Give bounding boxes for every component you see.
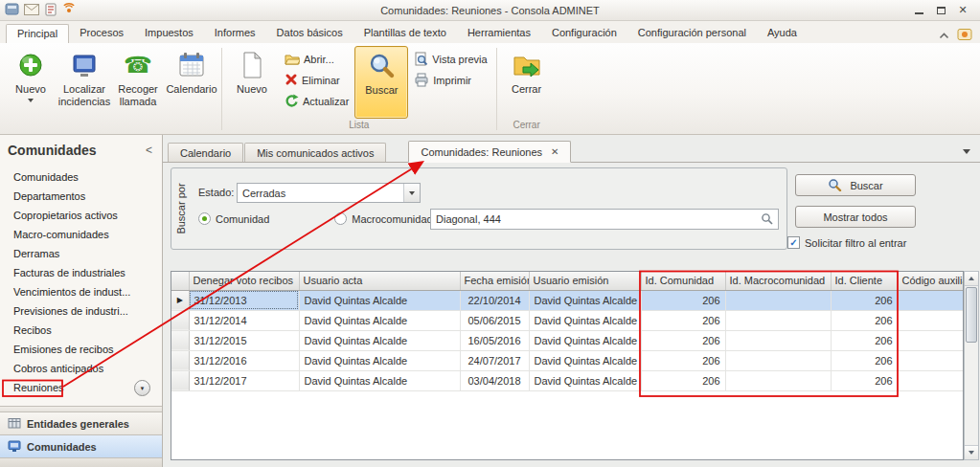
ribbon-tab[interactable]: Herramientas: [457, 23, 541, 43]
ribbon-tab[interactable]: Datos básicos: [266, 23, 353, 43]
table-row[interactable]: 31/12/2015David Quintas Alcalde16/05/201…: [171, 330, 964, 350]
grid-cell[interactable]: David Quintas Alcalde: [529, 370, 641, 390]
grid-column-header[interactable]: Código auxiliar: [898, 272, 964, 290]
grid-cell[interactable]: 16/05/2016: [460, 330, 529, 350]
sidebar-item[interactable]: Previsiones de industri...: [0, 301, 162, 321]
grid-cell[interactable]: 206: [641, 350, 725, 370]
table-row[interactable]: 31/12/2016David Quintas Alcalde24/07/201…: [171, 350, 964, 370]
sidebar-item[interactable]: Facturas de industriales: [0, 263, 162, 282]
tab-close-icon[interactable]: ✕: [551, 146, 558, 157]
sidebar-item[interactable]: Copropietarios activos: [0, 206, 162, 225]
grid-cell[interactable]: 22/10/2014: [460, 290, 529, 310]
actualizar-button[interactable]: Actualizar: [282, 93, 352, 110]
radio-comunidad[interactable]: [198, 212, 211, 225]
grid-cell[interactable]: [725, 330, 831, 350]
row-selector[interactable]: [171, 330, 189, 350]
grid-cell[interactable]: [898, 350, 964, 370]
sidebar-collapse-icon[interactable]: <: [146, 144, 152, 157]
ribbon-help-icon[interactable]: [957, 28, 972, 43]
grid-cell[interactable]: 206: [831, 290, 898, 310]
close-button[interactable]: ✕: [953, 3, 972, 17]
solicitar-filtro-checkbox[interactable]: ✓: [787, 236, 800, 249]
grid-cell[interactable]: 31/12/2016: [189, 350, 299, 370]
grid-cell[interactable]: [898, 310, 964, 330]
grid-column-header[interactable]: Id. Comunidad: [641, 272, 725, 290]
grid-cell[interactable]: 206: [831, 350, 898, 370]
grid-vertical-scrollbar[interactable]: [964, 271, 979, 460]
grid-cell[interactable]: David Quintas Alcalde: [299, 310, 460, 330]
grid-cell[interactable]: 206: [641, 330, 725, 350]
imprimir-button[interactable]: Imprimir: [411, 72, 490, 89]
recoger-llamada-button[interactable]: ☎ Recoger llamada: [111, 46, 165, 119]
scroll-down-icon[interactable]: [965, 445, 978, 459]
ribbon-tab[interactable]: Configuración personal: [627, 23, 757, 43]
eliminar-button[interactable]: Eliminar: [282, 72, 352, 89]
buscar-filter-button[interactable]: Buscar: [795, 174, 916, 196]
mostrar-todos-button[interactable]: Mostrar todos: [795, 206, 916, 228]
buscar-button[interactable]: Buscar: [354, 46, 408, 119]
grid-cell[interactable]: [898, 370, 964, 390]
ribbon-tab[interactable]: Ayuda: [757, 23, 808, 43]
row-selector[interactable]: [171, 350, 189, 370]
grid-cell[interactable]: David Quintas Alcalde: [529, 330, 641, 350]
estado-select[interactable]: Cerradas: [237, 183, 421, 203]
grid-column-header[interactable]: Id. Cliente: [831, 272, 898, 290]
grid-cell[interactable]: 03/04/2018: [460, 370, 529, 390]
sidebar-item[interactable]: Macro-comunidades: [0, 225, 162, 244]
grid-column-header[interactable]: Usuario emisión: [529, 272, 641, 290]
grid-cell[interactable]: [725, 290, 831, 310]
sidebar-overflow-button[interactable]: ▼: [134, 380, 150, 396]
vista-previa-button[interactable]: Vista previa: [411, 51, 490, 68]
grid-cell[interactable]: David Quintas Alcalde: [299, 290, 460, 310]
document-tab[interactable]: Calendario: [168, 143, 243, 162]
minimize-button[interactable]: [909, 3, 928, 17]
ribbon-tab[interactable]: Plantillas de texto: [353, 23, 457, 43]
grid-cell[interactable]: David Quintas Alcalde: [529, 350, 641, 370]
calendario-button[interactable]: Calendario: [165, 46, 218, 119]
grid-column-header[interactable]: Fecha emisión: [460, 272, 529, 290]
select-dropdown-icon[interactable]: [403, 184, 420, 202]
ribbon-tab[interactable]: Informes: [204, 23, 266, 43]
grid-cell[interactable]: 206: [641, 370, 725, 390]
sidebar-item[interactable]: Departamentos: [0, 187, 162, 206]
grid-cell[interactable]: David Quintas Alcalde: [299, 330, 460, 350]
localizar-incidencias-button[interactable]: Localizar incidencias: [57, 46, 111, 119]
grid-cell[interactable]: 206: [641, 290, 725, 310]
sidebar-item[interactable]: Recibos: [0, 321, 162, 340]
row-selector[interactable]: [171, 310, 189, 330]
grid-cell[interactable]: [898, 330, 964, 350]
row-selector[interactable]: [171, 370, 189, 390]
table-row[interactable]: 31/12/2017David Quintas Alcalde03/04/201…: [171, 370, 964, 390]
grid-cell[interactable]: [725, 370, 831, 390]
search-input-magnifier-icon[interactable]: [761, 212, 773, 227]
grid-cell[interactable]: 206: [831, 330, 898, 350]
grid-cell[interactable]: 206: [831, 310, 898, 330]
grid-cell[interactable]: [725, 350, 831, 370]
grid-cell[interactable]: 31/12/2014: [189, 310, 299, 330]
grid-cell[interactable]: David Quintas Alcalde: [299, 370, 460, 390]
grid-column-header[interactable]: Denegar voto recibos: [189, 272, 299, 290]
sidebar-item[interactable]: Comunidades: [0, 167, 162, 187]
sidebar-item[interactable]: Vencimientos de indust...: [0, 282, 162, 301]
ribbon-tab[interactable]: Procesos: [69, 23, 134, 43]
cerrar-button[interactable]: Cerrar: [500, 46, 554, 119]
sidebar-item[interactable]: Derramas: [0, 244, 162, 263]
sidebar-item[interactable]: Emisiones de recibos: [0, 340, 162, 359]
nuevo-button[interactable]: Nuevo: [4, 46, 57, 119]
grid-cell[interactable]: 31/12/2017: [189, 370, 299, 390]
grid-cell[interactable]: 24/07/2017: [460, 350, 529, 370]
grid-cell[interactable]: David Quintas Alcalde: [529, 310, 641, 330]
grid-cell[interactable]: 206: [831, 370, 898, 390]
grid-column-header[interactable]: Id. Macrocomunidad: [725, 272, 831, 290]
mail-icon[interactable]: [24, 4, 39, 17]
radio-macrocomunidad[interactable]: [334, 212, 347, 225]
table-row[interactable]: ▶31/12/2013David Quintas Alcalde22/10/20…: [171, 290, 964, 310]
document-tab[interactable]: Comunidades: Reuniones✕: [408, 141, 571, 163]
grid-column-header[interactable]: Usuario acta: [299, 272, 460, 290]
grid-cell[interactable]: 31/12/2015: [189, 330, 299, 350]
row-selector[interactable]: ▶: [171, 290, 189, 310]
grid-cell[interactable]: David Quintas Alcalde: [299, 350, 460, 370]
abrir-button[interactable]: Abrir...: [282, 51, 352, 68]
sidebar-nav-entidades-generales[interactable]: Entidades generales: [0, 411, 162, 434]
grid-cell[interactable]: [725, 310, 831, 330]
